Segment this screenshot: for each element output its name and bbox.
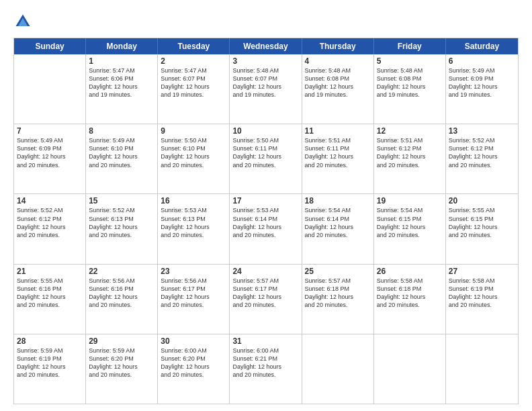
- page: SundayMondayTuesdayWednesdayThursdayFrid…: [0, 0, 532, 411]
- day-info: Sunrise: 5:59 AM Sunset: 6:20 PM Dayligh…: [89, 347, 154, 379]
- day-info: Sunrise: 5:52 AM Sunset: 6:12 PM Dayligh…: [17, 206, 83, 239]
- day-cell: 15Sunrise: 5:52 AM Sunset: 6:13 PM Dayli…: [86, 194, 158, 263]
- day-number: 28: [17, 336, 83, 346]
- day-number: 11: [305, 126, 371, 136]
- day-cell: 10Sunrise: 5:50 AM Sunset: 6:11 PM Dayli…: [230, 124, 302, 193]
- day-number: 21: [17, 267, 83, 276]
- day-number: 4: [305, 56, 371, 66]
- day-number: 22: [89, 267, 154, 276]
- day-number: 17: [232, 196, 298, 205]
- day-cell: 12Sunrise: 5:51 AM Sunset: 6:12 PM Dayli…: [374, 124, 446, 193]
- day-number: 23: [161, 267, 226, 276]
- day-number: 14: [17, 196, 83, 205]
- day-number: 3: [232, 56, 298, 66]
- day-cell: 2Sunrise: 5:47 AM Sunset: 6:07 PM Daylig…: [158, 54, 230, 124]
- day-info: Sunrise: 5:57 AM Sunset: 6:18 PM Dayligh…: [305, 277, 371, 310]
- day-cell: 7Sunrise: 5:49 AM Sunset: 6:09 PM Daylig…: [14, 124, 86, 193]
- day-cell: 11Sunrise: 5:51 AM Sunset: 6:11 PM Dayli…: [302, 124, 374, 193]
- logo-icon: [13, 12, 32, 31]
- day-header-monday: Monday: [86, 38, 158, 54]
- week-row-3: 14Sunrise: 5:52 AM Sunset: 6:12 PM Dayli…: [14, 193, 518, 263]
- day-info: Sunrise: 5:56 AM Sunset: 6:16 PM Dayligh…: [89, 277, 154, 310]
- logo: [13, 12, 35, 31]
- weeks: 1Sunrise: 5:47 AM Sunset: 6:06 PM Daylig…: [14, 54, 518, 404]
- day-number: 6: [449, 56, 515, 66]
- day-info: Sunrise: 5:50 AM Sunset: 6:10 PM Dayligh…: [161, 136, 226, 169]
- day-number: 1: [89, 56, 154, 66]
- day-cell: 5Sunrise: 5:48 AM Sunset: 6:08 PM Daylig…: [374, 54, 446, 124]
- day-info: Sunrise: 5:54 AM Sunset: 6:14 PM Dayligh…: [305, 206, 371, 239]
- day-info: Sunrise: 5:47 AM Sunset: 6:07 PM Dayligh…: [161, 66, 226, 99]
- day-cell: 30Sunrise: 6:00 AM Sunset: 6:20 PM Dayli…: [158, 334, 230, 404]
- day-cell: 23Sunrise: 5:56 AM Sunset: 6:17 PM Dayli…: [158, 265, 230, 334]
- day-header-friday: Friday: [374, 38, 446, 54]
- day-cell: 31Sunrise: 6:00 AM Sunset: 6:21 PM Dayli…: [230, 334, 302, 404]
- day-info: Sunrise: 5:55 AM Sunset: 6:16 PM Dayligh…: [17, 277, 83, 310]
- day-number: 13: [449, 126, 515, 136]
- day-number: 18: [305, 196, 371, 205]
- day-info: Sunrise: 5:48 AM Sunset: 6:07 PM Dayligh…: [232, 66, 298, 99]
- day-header-saturday: Saturday: [446, 38, 518, 54]
- day-info: Sunrise: 5:56 AM Sunset: 6:17 PM Dayligh…: [161, 277, 226, 310]
- day-cell: 1Sunrise: 5:47 AM Sunset: 6:06 PM Daylig…: [86, 54, 158, 124]
- day-number: 7: [17, 126, 83, 136]
- day-cell: 21Sunrise: 5:55 AM Sunset: 6:16 PM Dayli…: [14, 265, 86, 334]
- day-cell: 8Sunrise: 5:49 AM Sunset: 6:10 PM Daylig…: [86, 124, 158, 193]
- week-row-2: 7Sunrise: 5:49 AM Sunset: 6:09 PM Daylig…: [14, 124, 518, 193]
- day-cell: 3Sunrise: 5:48 AM Sunset: 6:07 PM Daylig…: [230, 54, 302, 124]
- day-number: 9: [161, 126, 226, 136]
- day-info: Sunrise: 5:55 AM Sunset: 6:15 PM Dayligh…: [449, 206, 515, 239]
- day-info: Sunrise: 5:49 AM Sunset: 6:10 PM Dayligh…: [89, 136, 154, 169]
- day-info: Sunrise: 5:49 AM Sunset: 6:09 PM Dayligh…: [17, 136, 83, 169]
- day-number: 25: [305, 267, 371, 276]
- day-info: Sunrise: 5:51 AM Sunset: 6:11 PM Dayligh…: [305, 136, 371, 169]
- day-number: 30: [161, 336, 226, 346]
- week-row-4: 21Sunrise: 5:55 AM Sunset: 6:16 PM Dayli…: [14, 264, 518, 334]
- day-number: 8: [89, 126, 154, 136]
- day-info: Sunrise: 5:53 AM Sunset: 6:14 PM Dayligh…: [232, 206, 298, 239]
- day-cell: 29Sunrise: 5:59 AM Sunset: 6:20 PM Dayli…: [86, 334, 158, 404]
- day-cell: 24Sunrise: 5:57 AM Sunset: 6:17 PM Dayli…: [230, 265, 302, 334]
- day-number: 15: [89, 196, 154, 205]
- day-number: 2: [161, 56, 226, 66]
- day-header-thursday: Thursday: [302, 38, 374, 54]
- day-number: 26: [377, 267, 443, 276]
- day-header-sunday: Sunday: [14, 38, 86, 54]
- day-info: Sunrise: 5:57 AM Sunset: 6:17 PM Dayligh…: [232, 277, 298, 310]
- day-cell: 27Sunrise: 5:58 AM Sunset: 6:19 PM Dayli…: [446, 265, 518, 334]
- day-info: Sunrise: 5:47 AM Sunset: 6:06 PM Dayligh…: [89, 66, 154, 99]
- day-info: Sunrise: 5:50 AM Sunset: 6:11 PM Dayligh…: [232, 136, 298, 169]
- day-header-wednesday: Wednesday: [230, 38, 302, 54]
- week-row-1: 1Sunrise: 5:47 AM Sunset: 6:06 PM Daylig…: [14, 54, 518, 124]
- day-number: 20: [449, 196, 515, 205]
- day-cell: 20Sunrise: 5:55 AM Sunset: 6:15 PM Dayli…: [446, 194, 518, 263]
- day-number: 5: [377, 56, 443, 66]
- day-info: Sunrise: 5:48 AM Sunset: 6:08 PM Dayligh…: [377, 66, 443, 99]
- day-cell: 26Sunrise: 5:58 AM Sunset: 6:18 PM Dayli…: [374, 265, 446, 334]
- day-number: 16: [161, 196, 226, 205]
- day-number: 10: [232, 126, 298, 136]
- day-info: Sunrise: 5:54 AM Sunset: 6:15 PM Dayligh…: [377, 206, 443, 239]
- day-cell: [446, 334, 518, 404]
- day-number: 24: [232, 267, 298, 276]
- day-info: Sunrise: 6:00 AM Sunset: 6:20 PM Dayligh…: [161, 347, 226, 379]
- day-info: Sunrise: 5:48 AM Sunset: 6:08 PM Dayligh…: [305, 66, 371, 99]
- day-cell: 4Sunrise: 5:48 AM Sunset: 6:08 PM Daylig…: [302, 54, 374, 124]
- day-cell: 16Sunrise: 5:53 AM Sunset: 6:13 PM Dayli…: [158, 194, 230, 263]
- day-cell: 14Sunrise: 5:52 AM Sunset: 6:12 PM Dayli…: [14, 194, 86, 263]
- day-cell: [14, 54, 86, 124]
- day-info: Sunrise: 5:52 AM Sunset: 6:13 PM Dayligh…: [89, 206, 154, 239]
- day-number: 19: [377, 196, 443, 205]
- day-cell: 22Sunrise: 5:56 AM Sunset: 6:16 PM Dayli…: [86, 265, 158, 334]
- day-cell: 28Sunrise: 5:59 AM Sunset: 6:19 PM Dayli…: [14, 334, 86, 404]
- day-number: 29: [89, 336, 154, 346]
- day-info: Sunrise: 5:49 AM Sunset: 6:09 PM Dayligh…: [449, 66, 515, 99]
- day-header-tuesday: Tuesday: [158, 38, 230, 54]
- day-info: Sunrise: 5:52 AM Sunset: 6:12 PM Dayligh…: [449, 136, 515, 169]
- day-number: 31: [232, 336, 298, 346]
- day-cell: [374, 334, 446, 404]
- header: [13, 12, 519, 31]
- week-row-5: 28Sunrise: 5:59 AM Sunset: 6:19 PM Dayli…: [14, 334, 518, 404]
- day-info: Sunrise: 5:58 AM Sunset: 6:19 PM Dayligh…: [449, 277, 515, 310]
- day-number: 27: [449, 267, 515, 276]
